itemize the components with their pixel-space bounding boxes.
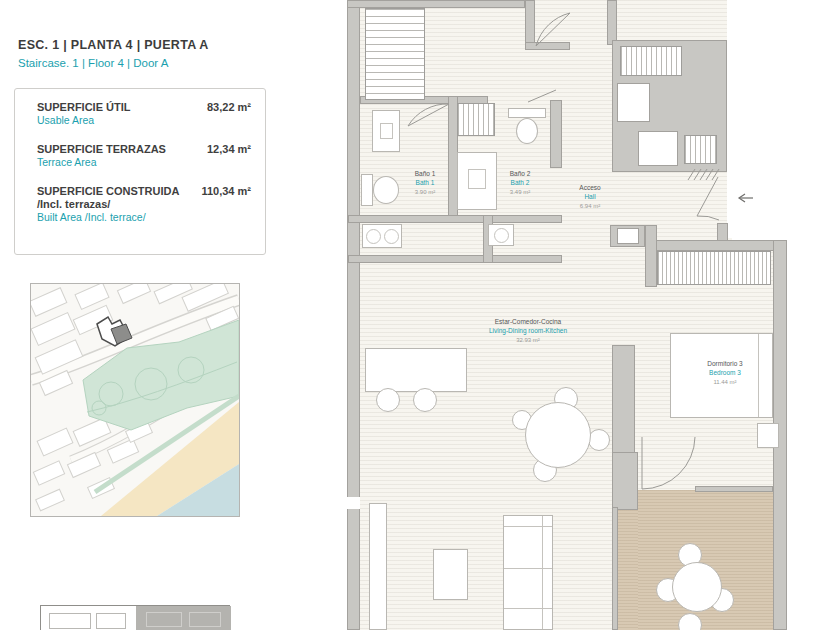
location-map xyxy=(30,283,240,517)
unit-title-spanish: ESC. 1 | PLANTA 4 | PUERTA A xyxy=(18,38,209,52)
hall-name-es: Acceso xyxy=(579,184,600,193)
built-value: 110,34 m² xyxy=(201,185,251,197)
room-label-bedroom3: Dormitorio 3 Bedroom 3 11.44 m² xyxy=(707,360,742,386)
apartment-floorplan: Baño 1 Bath 1 3.90 m² Baño 2 Bath 2 3.49… xyxy=(340,0,790,630)
bedroom3-name-en: Bedroom 3 xyxy=(707,369,742,378)
bath2-name-en: Bath 2 xyxy=(510,179,531,188)
entry-arrow xyxy=(739,194,753,202)
key-plan-room xyxy=(96,613,126,629)
usable-label-en: Usable Area xyxy=(37,114,251,126)
bedroom3-area: 11.44 m² xyxy=(707,378,742,386)
bedroom3-name-es: Dormitorio 3 xyxy=(707,360,742,369)
built-label-en: Built Area /Incl. terrace/ xyxy=(37,211,251,223)
summary-row-built: SUPERFICIE CONSTRUIDA110,34 m² /Incl. te… xyxy=(37,185,251,223)
bath1-area: 3.90 m² xyxy=(415,188,436,196)
built-label-note: /Incl. terrazas/ xyxy=(37,198,251,210)
building-key-plan xyxy=(40,605,230,630)
bath2-name-es: Baño 2 xyxy=(510,170,531,179)
unit-title-english: Staircase. 1 | Floor 4 | Door A xyxy=(18,57,168,69)
key-plan-room xyxy=(189,612,221,627)
key-plan-room xyxy=(49,613,91,629)
terrace-label-en: Terrace Area xyxy=(37,156,251,168)
room-label-bath2: Baño 2 Bath 2 3.49 m² xyxy=(510,170,531,196)
bath2-area: 3.49 m² xyxy=(510,188,531,196)
terrace-value: 12,34 m² xyxy=(207,143,251,155)
hall-name-en: Hall xyxy=(579,193,600,202)
room-label-hall: Acceso Hall 6.94 m² xyxy=(579,184,600,210)
door-swing-overlay xyxy=(340,0,790,630)
summary-row-usable: SUPERFICIE ÚTIL83,22 m² Usable Area xyxy=(37,101,251,126)
room-label-bath1: Baño 1 Bath 1 3.90 m² xyxy=(415,170,436,196)
terrace-label-es: SUPERFICIE TERRAZAS xyxy=(37,143,166,155)
key-plan-room xyxy=(146,612,182,627)
summary-row-terrace: SUPERFICIE TERRAZAS12,34 m² Terrace Area xyxy=(37,143,251,168)
living-name-en: Living-Dining room-Kitchen xyxy=(489,327,567,336)
area-summary-box: SUPERFICIE ÚTIL83,22 m² Usable Area SUPE… xyxy=(14,88,266,255)
usable-value: 83,22 m² xyxy=(207,101,251,113)
usable-label-es: SUPERFICIE ÚTIL xyxy=(37,101,131,113)
living-area: 32.93 m² xyxy=(489,336,567,344)
living-name-es: Estar-Comedor-Cocina xyxy=(489,318,567,327)
hall-area: 6.94 m² xyxy=(579,202,600,210)
built-label-es: SUPERFICIE CONSTRUIDA xyxy=(37,185,179,197)
floorplan-sheet: ESC. 1 | PLANTA 4 | PUERTA A Staircase. … xyxy=(0,0,840,630)
bath1-name-es: Baño 1 xyxy=(415,170,436,179)
bath1-name-en: Bath 1 xyxy=(415,179,436,188)
location-map-graphic xyxy=(31,284,239,516)
room-label-living: Estar-Comedor-Cocina Living-Dining room-… xyxy=(489,318,567,344)
